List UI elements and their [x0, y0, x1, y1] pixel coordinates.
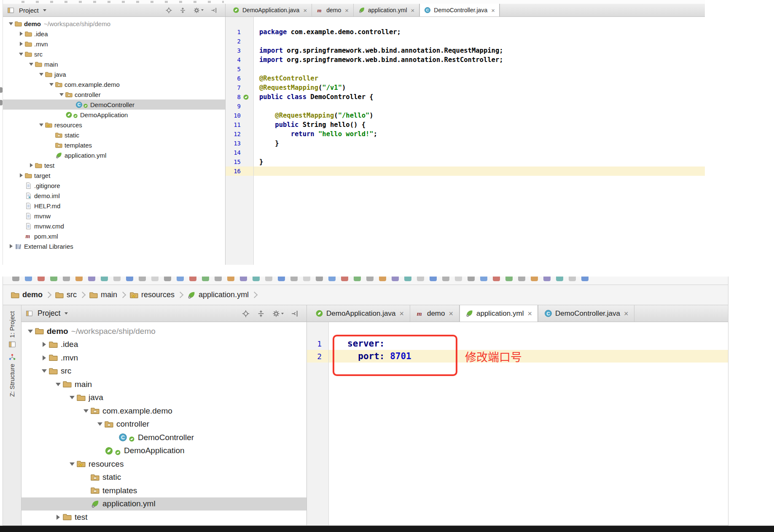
chevron-down-icon[interactable] [43, 9, 46, 11]
editor-tab-demo[interactable]: mdemo× [312, 4, 354, 16]
chevron-expanded-icon[interactable] [38, 120, 45, 130]
tree-item-com-example-demo[interactable]: com.example.demo [22, 404, 306, 418]
editor-code-area[interactable]: server: port: 8701 [329, 322, 728, 525]
close-icon[interactable]: × [399, 310, 404, 317]
chevron-expanded-icon[interactable] [58, 89, 65, 99]
editor-tab-democontroller-java[interactable]: CDemoController.java× [419, 4, 500, 16]
chevron-collapsed-icon[interactable] [17, 29, 25, 39]
code-editor[interactable]: 12345678910111213141516 package com.exam… [226, 17, 705, 265]
tree-item-idea[interactable]: .idea [22, 338, 306, 352]
breadcrumb-application-yml[interactable]: application.yml [186, 290, 250, 299]
tree-item-application-yml[interactable]: application.yml [3, 150, 225, 160]
chevron-expanded-icon[interactable] [81, 404, 91, 418]
settings-icon[interactable] [193, 7, 200, 14]
tree-item-controller[interactable]: controller [3, 89, 225, 99]
editor-tab-democontroller-java[interactable]: CDemoController.java× [538, 305, 635, 322]
settings-group[interactable] [193, 7, 204, 14]
tree-item-demo-iml[interactable]: demo.iml [3, 191, 225, 201]
chevron-collapsed-icon[interactable] [27, 160, 35, 170]
chevron-collapsed-icon[interactable] [7, 241, 15, 251]
collapse-all-icon[interactable] [257, 309, 265, 318]
tree-item-templates[interactable]: templates [3, 140, 225, 150]
tree-item-mvn[interactable]: .mvn [22, 351, 306, 365]
editor-tab-demo[interactable]: mdemo× [410, 305, 460, 322]
tree-item-src[interactable]: src [3, 49, 225, 59]
tree-item-test[interactable]: test [3, 160, 225, 170]
editor-tab-application-yml[interactable]: application.yml× [460, 305, 538, 322]
tree-item-mvnw[interactable]: mvnw [3, 211, 225, 221]
editor-tab-application-yml[interactable]: application.yml× [354, 4, 419, 16]
tree-item-main[interactable]: main [22, 378, 306, 391]
tree-item-src[interactable]: src [22, 365, 306, 378]
collapse-all-icon[interactable] [179, 7, 186, 14]
close-icon[interactable]: × [449, 310, 453, 317]
tree-item-java[interactable]: java [3, 69, 225, 79]
project-tree[interactable]: demo~/workspace/ship/demo.idea.mvnsrcmai… [22, 322, 307, 525]
settings-icon[interactable] [272, 309, 280, 318]
chevron-expanded-icon[interactable] [40, 365, 49, 378]
breadcrumb-src[interactable]: src [54, 290, 78, 299]
close-icon[interactable]: × [411, 7, 415, 13]
chevron-expanded-icon[interactable] [17, 49, 25, 59]
project-tree[interactable]: demo~/workspace/ship/demo.idea.mvnsrcmai… [3, 17, 226, 265]
tree-item-static[interactable]: static [22, 471, 306, 484]
breadcrumb-main[interactable]: main [88, 290, 118, 299]
breadcrumb-demo[interactable]: demo [10, 290, 44, 299]
tree-item-resources[interactable]: resources [22, 457, 306, 471]
tree-item-com-example-demo[interactable]: com.example.demo [3, 79, 225, 89]
chevron-collapsed-icon[interactable] [54, 511, 63, 524]
close-icon[interactable]: × [491, 7, 495, 13]
close-icon[interactable]: × [345, 7, 349, 13]
tree-item-mvn[interactable]: .mvn [3, 39, 225, 49]
locate-icon[interactable] [242, 309, 250, 318]
editor-tab-demoapplication-java[interactable]: DemoApplication.java× [309, 305, 410, 322]
tree-item-target[interactable]: target [3, 170, 225, 180]
tree-item-mvnw-cmd[interactable]: mvnw.cmd [3, 221, 225, 231]
chevron-expanded-icon[interactable] [95, 418, 105, 431]
settings-group[interactable] [272, 309, 284, 318]
chevron-expanded-icon[interactable] [7, 19, 15, 29]
tree-item-main[interactable]: main [3, 59, 225, 69]
chevron-expanded-icon[interactable] [38, 69, 45, 79]
tree-item-pom-xml[interactable]: mpom.xml [3, 231, 225, 241]
chevron-expanded-icon[interactable] [48, 79, 55, 89]
tree-item-application-yml[interactable]: application.yml [22, 497, 306, 511]
chevron-collapsed-icon[interactable] [40, 338, 49, 352]
chevron-down-icon[interactable] [64, 312, 68, 314]
tree-item-java[interactable]: java [22, 391, 306, 405]
close-icon[interactable]: × [303, 7, 307, 13]
editor-code-area[interactable]: package com.example.demo.controller;impo… [254, 17, 705, 265]
hide-sidebar-icon[interactable] [290, 309, 299, 318]
tree-item-demo[interactable]: demo~/workspace/ship/demo [22, 325, 306, 338]
tree-item-controller[interactable]: controller [22, 418, 306, 431]
tree-item-demoapplication[interactable]: DemoApplication [22, 444, 306, 458]
chevron-collapsed-icon[interactable] [17, 39, 25, 49]
tree-item-gitignore[interactable]: .gitignore [3, 180, 225, 191]
breadcrumb-resources[interactable]: resources [129, 290, 176, 299]
tool-stripe-z-structure[interactable]: Z: Structure [8, 353, 16, 397]
tree-item-help-md[interactable]: HELP.md [3, 201, 225, 211]
close-icon[interactable]: × [624, 310, 629, 317]
chevron-expanded-icon[interactable] [67, 457, 77, 471]
chevron-collapsed-icon[interactable] [40, 351, 49, 365]
tree-item-democontroller[interactable]: CDemoController [22, 431, 306, 444]
editor-tab-demoapplication-java[interactable]: DemoApplication.java× [228, 4, 312, 16]
hide-sidebar-icon[interactable] [210, 7, 218, 14]
close-icon[interactable]: × [527, 310, 532, 317]
chevron-expanded-icon[interactable] [54, 378, 63, 391]
tree-item-demo[interactable]: demo~/workspace/ship/demo [3, 19, 225, 29]
tree-item-resources[interactable]: resources [3, 120, 225, 130]
tree-item-test[interactable]: test [22, 511, 306, 524]
chevron-collapsed-icon[interactable] [17, 170, 25, 180]
tree-item-democontroller[interactable]: CDemoController [3, 99, 225, 110]
chevron-expanded-icon[interactable] [26, 325, 35, 338]
tree-item-external-libraries[interactable]: External Libraries [3, 241, 225, 251]
tree-item-templates[interactable]: templates [22, 484, 306, 497]
tree-item-demoapplication[interactable]: DemoApplication [3, 110, 225, 120]
tree-item-static[interactable]: static [3, 130, 225, 140]
chevron-expanded-icon[interactable] [67, 391, 77, 405]
tree-item-idea[interactable]: .idea [3, 29, 225, 39]
locate-icon[interactable] [165, 7, 172, 14]
chevron-expanded-icon[interactable] [27, 59, 35, 69]
tool-stripe-1-project[interactable]: 1: Project [8, 311, 16, 348]
